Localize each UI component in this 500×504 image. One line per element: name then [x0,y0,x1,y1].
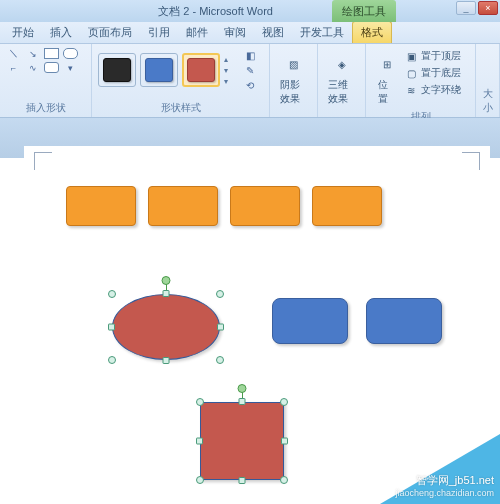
window-title: 文档 2 - Microsoft Word [158,4,273,19]
tab-references[interactable]: 引用 [140,22,178,43]
shape-orange-rect-4[interactable] [312,186,382,226]
style-swatch-black[interactable] [98,53,136,87]
shape-ellipse-icon[interactable] [63,48,78,59]
shape-orange-rect-3[interactable] [230,186,300,226]
shape-curve-icon[interactable]: ∿ [25,62,40,73]
handle2-sw[interactable] [196,476,204,484]
group-size: 大小 [476,44,500,117]
watermark-site: 智学网_jb51.net [395,473,494,488]
handle2-e[interactable] [281,438,288,445]
style-swatch-red[interactable] [182,53,220,87]
send-to-back-button[interactable]: ▢ 置于底层 [402,65,463,81]
shape-orange-rect-1[interactable] [66,186,136,226]
change-shape-button[interactable]: ⟲ [242,78,258,92]
ellipse-body [112,294,220,360]
handle-nw[interactable] [108,290,116,298]
watermark-text: 智学网_jb51.net jiaocheng.chazidian.com [395,473,494,498]
tab-mailings[interactable]: 邮件 [178,22,216,43]
shape-blue-rect-1[interactable] [272,298,348,344]
watermark-sub: jiaocheng.chazidian.com [395,488,494,498]
wrap-icon: ≋ [404,84,418,96]
handle-e[interactable] [217,324,224,331]
position-button[interactable]: ⊞ 位置 [372,48,402,108]
shape-blue-rect-2[interactable] [366,298,442,344]
group-shape-style: ▴▾▾ ◧ ✎ ⟲ 形状样式 [92,44,270,117]
tab-developer[interactable]: 开发工具 [292,22,352,43]
handle2-n[interactable] [239,398,246,405]
handle-sw[interactable] [108,356,116,364]
position-icon: ⊞ [373,50,401,78]
margin-mark-tr [462,152,480,170]
shape-orange-rect-2[interactable] [148,186,218,226]
tab-insert[interactable]: 插入 [42,22,80,43]
tab-start[interactable]: 开始 [4,22,42,43]
front-icon: ▣ [404,50,418,62]
group-label-insert-shape: 插入形状 [6,99,85,115]
threed-label: 三维效果 [328,78,356,106]
threed-effect-button[interactable]: ◈ 三维效果 [322,48,362,108]
style-swatch-blue[interactable] [140,53,178,87]
minimize-button[interactable]: _ [456,1,476,15]
rotation-handle[interactable] [162,276,171,285]
shape-outline-button[interactable]: ✎ [242,63,258,77]
shape-red-square-selected[interactable] [200,402,284,480]
rotation-handle-2[interactable] [238,384,247,393]
window-controls: _ × [456,1,498,15]
shape-rect-icon[interactable] [44,48,59,59]
shape-style-tools: ◧ ✎ ⟲ [242,48,258,92]
shapes-gallery[interactable]: ＼ ↘ ⌐ ∿ ▾ [6,48,85,73]
style-gallery-scroll[interactable]: ▴▾▾ [224,55,236,86]
close-button[interactable]: × [478,1,498,15]
handle-ne[interactable] [216,290,224,298]
group-label-size: 大小 [482,85,493,115]
back-icon: ▢ [404,67,418,79]
ribbon: ＼ ↘ ⌐ ∿ ▾ 插入形状 ▴▾▾ [0,44,500,118]
back-label: 置于底层 [421,66,461,80]
tab-view[interactable]: 视图 [254,22,292,43]
tab-page-layout[interactable]: 页面布局 [80,22,140,43]
front-label: 置于顶层 [421,49,461,63]
tab-format[interactable]: 格式 [352,21,392,43]
shape-line-icon[interactable]: ＼ [6,48,21,59]
document-area: 智学网_jb51.net jiaocheng.chazidian.com [0,118,500,504]
square-body [200,402,284,480]
group-3d: ◈ 三维效果 [318,44,366,117]
handle2-se[interactable] [280,476,288,484]
ribbon-tabs: 开始 插入 页面布局 引用 邮件 审阅 视图 开发工具 格式 [0,22,500,44]
wrap-label: 文字环绕 [421,83,461,97]
shape-style-gallery[interactable]: ▴▾▾ [98,53,236,87]
margin-mark-tl [34,152,52,170]
group-insert-shape: ＼ ↘ ⌐ ∿ ▾ 插入形状 [0,44,92,117]
shape-more-icon[interactable]: ▾ [63,62,78,73]
handle-s[interactable] [163,357,170,364]
group-shadow: ▨ 阴影效果 [270,44,318,117]
text-wrap-button[interactable]: ≋ 文字环绕 [402,82,463,98]
shape-red-ellipse-selected[interactable] [112,294,220,360]
handle2-s[interactable] [239,477,246,484]
position-label: 位置 [378,78,396,106]
group-label-shape-style: 形状样式 [98,99,263,115]
handle2-ne[interactable] [280,398,288,406]
shadow-label: 阴影效果 [280,78,308,106]
contextual-tab-label: 绘图工具 [332,0,396,22]
bring-to-front-button[interactable]: ▣ 置于顶层 [402,48,463,64]
shape-fill-button[interactable]: ◧ [242,48,258,62]
title-bar: 文档 2 - Microsoft Word 绘图工具 _ × [0,0,500,22]
shape-connector-icon[interactable]: ⌐ [6,62,21,73]
handle2-w[interactable] [196,438,203,445]
shape-roundrect-icon[interactable] [44,62,59,73]
shadow-effect-button[interactable]: ▨ 阴影效果 [274,48,314,108]
group-arrange: ⊞ 位置 ▣ 置于顶层 ▢ 置于底层 ≋ 文字环绕 排列 [366,44,476,117]
threed-icon: ◈ [328,50,356,78]
handle-se[interactable] [216,356,224,364]
handle-w[interactable] [108,324,115,331]
handle2-nw[interactable] [196,398,204,406]
tab-review[interactable]: 审阅 [216,22,254,43]
shadow-icon: ▨ [280,50,308,78]
handle-n[interactable] [163,290,170,297]
shape-arrow-icon[interactable]: ↘ [25,48,40,59]
